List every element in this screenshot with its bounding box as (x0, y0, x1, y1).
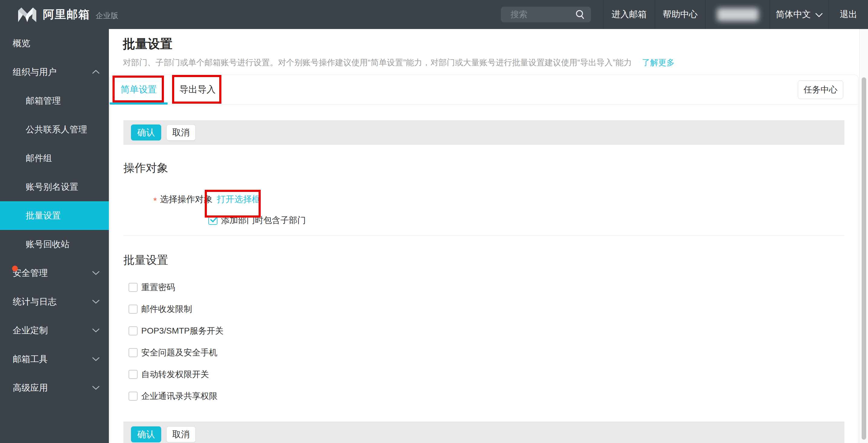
learn-more-link[interactable]: 了解更多 (642, 58, 675, 67)
sidebar-item-label: 公共联系人管理 (26, 124, 87, 136)
brand-name: 阿里邮箱 (43, 7, 90, 22)
include-sub-dept-label: 添加部门时包含子部门 (221, 214, 306, 226)
page-description: 对部门、子部门或单个邮箱账号进行设置。对个别账号操作建议使用“简单设置”能力，对… (123, 57, 675, 68)
sidebar-item-label: 邮箱管理 (26, 95, 61, 107)
chevron-down-icon (92, 299, 100, 304)
reset-password-checkbox[interactable] (128, 283, 137, 292)
task-center-button[interactable]: 任务中心 (798, 80, 843, 99)
language-label: 简体中文 (776, 8, 811, 21)
option-row-security-question: 安全问题及安全手机 (123, 348, 844, 357)
account-menu[interactable] (705, 0, 770, 29)
card-content: 确认 取消 操作对象 * 选择操作对象 打开选择框 添加部门时包含子部门 批量设… (110, 105, 858, 443)
sidebar-item-overview[interactable]: 概览 (0, 29, 109, 58)
send-receive-limit-checkbox[interactable] (128, 305, 137, 314)
enter-mailbox-label: 进入邮箱 (612, 8, 647, 21)
sidebar-item-label: 企业定制 (13, 325, 48, 337)
scrollbar-thumb[interactable] (862, 77, 866, 440)
sidebar-item-label: 邮件组 (26, 152, 52, 164)
sidebar-item-label: 高级应用 (13, 382, 48, 394)
language-selector[interactable]: 简体中文 (770, 0, 829, 29)
chevron-down-icon (92, 270, 100, 276)
section-divider (123, 235, 844, 236)
include-sub-dept-row: 添加部门时包含子部门 (123, 215, 844, 225)
tab-label: 导出导入 (179, 83, 216, 96)
admin-console: 阿里邮箱 企业版 进入邮箱 帮助中心 简体中文 (0, 0, 868, 443)
scrollbar-track (859, 29, 868, 443)
sidebar-item-label: 统计与日志 (13, 296, 57, 308)
tab-label: 简单设置 (121, 83, 157, 96)
option-label: 安全问题及安全手机 (141, 347, 217, 359)
topbar-search (501, 7, 591, 22)
sidebar-item-label: 批量设置 (26, 210, 61, 222)
action-bar-bottom: 确认 取消 (123, 421, 844, 443)
alimail-logo-icon (17, 7, 37, 22)
include-sub-dept-checkbox[interactable] (208, 216, 217, 225)
sidebar-item-mail-groups[interactable]: 邮件组 (0, 144, 109, 173)
option-label: 邮件收发限制 (141, 303, 192, 315)
confirm-button-bottom[interactable]: 确认 (131, 427, 161, 442)
account-name-redacted (717, 8, 758, 21)
required-asterisk: * (153, 196, 157, 206)
confirm-button[interactable]: 确认 (131, 125, 161, 140)
enter-mailbox-link[interactable]: 进入邮箱 (603, 0, 655, 29)
option-row-pop3-smtp: POP3/SMTP服务开关 (123, 326, 844, 335)
sidebar-item-enterprise-custom[interactable]: 企业定制 (0, 316, 109, 345)
logout-link[interactable]: 退出 (829, 0, 868, 29)
auto-forward-checkbox[interactable] (128, 370, 137, 379)
sidebar-item-mail-tools[interactable]: 邮箱工具 (0, 345, 109, 374)
sidebar-item-org-users[interactable]: 组织与用户 (0, 58, 109, 87)
chevron-up-icon (92, 69, 100, 75)
action-bar-top: 确认 取消 (123, 120, 844, 145)
section-heading-target: 操作对象 (123, 161, 844, 176)
sidebar-item-account-recycle[interactable]: 账号回收站 (0, 230, 109, 259)
option-label: 重置密码 (141, 282, 175, 293)
sidebar-item-batch-settings[interactable]: 批量设置 (0, 201, 109, 230)
sidebar-item-label: 概览 (13, 37, 30, 49)
chevron-down-icon (815, 13, 823, 18)
option-row-contact-share: 企业通讯录共享权限 (123, 391, 844, 401)
help-center-link[interactable]: 帮助中心 (655, 0, 705, 29)
pop3-smtp-checkbox[interactable] (128, 326, 137, 335)
chevron-down-icon (92, 356, 100, 362)
option-label: 自动转发权限开关 (141, 369, 209, 380)
page-title: 批量设置 (123, 36, 173, 52)
option-label: 企业通讯录共享权限 (141, 390, 217, 402)
top-bar: 阿里邮箱 企业版 进入邮箱 帮助中心 简体中文 (0, 0, 868, 29)
option-label: POP3/SMTP服务开关 (141, 325, 223, 337)
option-row-auto-forward: 自动转发权限开关 (123, 370, 844, 379)
tabs-row: 简单设置 导出导入 任务中心 (110, 75, 858, 105)
sidebar-item-alias-settings[interactable]: 账号别名设置 (0, 173, 109, 201)
sidebar-item-label: 账号别名设置 (26, 181, 78, 193)
settings-card: 简单设置 导出导入 任务中心 确认 取消 操作对象 * 选择操作对象 (110, 75, 859, 443)
page-description-text: 对部门、子部门或单个邮箱账号进行设置。对个别账号操作建议使用“简单设置”能力，对… (123, 58, 632, 67)
option-row-send-receive-limit: 邮件收发限制 (123, 305, 844, 314)
main-content: 批量设置 对部门、子部门或单个邮箱账号进行设置。对个别账号操作建议使用“简单设置… (109, 29, 859, 443)
sidebar: 概览 组织与用户 邮箱管理 公共联系人管理 邮件组 账号别名设置 批量设置 账号… (0, 29, 109, 443)
security-question-checkbox[interactable] (128, 348, 137, 357)
search-icon[interactable] (575, 9, 586, 20)
select-target-row: * 选择操作对象 打开选择框 (123, 193, 844, 206)
tab-export-import[interactable]: 导出导入 (173, 75, 223, 104)
chevron-down-icon (92, 385, 100, 390)
batch-options-list: 重置密码 邮件收发限制 POP3/SMTP服务开关 安全问题及安全手机 (123, 283, 844, 401)
sidebar-item-public-contacts[interactable]: 公共联系人管理 (0, 115, 109, 144)
task-center-label: 任务中心 (804, 84, 837, 96)
sidebar-item-label: 组织与用户 (13, 66, 57, 78)
sidebar-item-stats-logs[interactable]: 统计与日志 (0, 287, 109, 316)
logout-label: 退出 (840, 8, 858, 21)
notification-dot-badge (12, 266, 18, 271)
sidebar-item-security[interactable]: 安全管理 (0, 259, 109, 287)
sidebar-item-label: 账号回收站 (26, 238, 69, 250)
cancel-button-bottom[interactable]: 取消 (166, 427, 196, 442)
section-heading-batch: 批量设置 (123, 252, 844, 268)
open-selector-link[interactable]: 打开选择框 (217, 194, 261, 205)
select-target-label: 选择操作对象 (160, 194, 213, 205)
tab-simple-settings[interactable]: 简单设置 (110, 75, 167, 104)
cancel-button[interactable]: 取消 (166, 125, 196, 140)
help-center-label: 帮助中心 (663, 8, 698, 21)
sidebar-item-label: 邮箱工具 (13, 353, 48, 365)
contact-share-checkbox[interactable] (128, 391, 137, 401)
sidebar-item-advanced-apps[interactable]: 高级应用 (0, 374, 109, 402)
option-row-reset-password: 重置密码 (123, 283, 844, 292)
sidebar-item-mailbox-management[interactable]: 邮箱管理 (0, 87, 109, 115)
